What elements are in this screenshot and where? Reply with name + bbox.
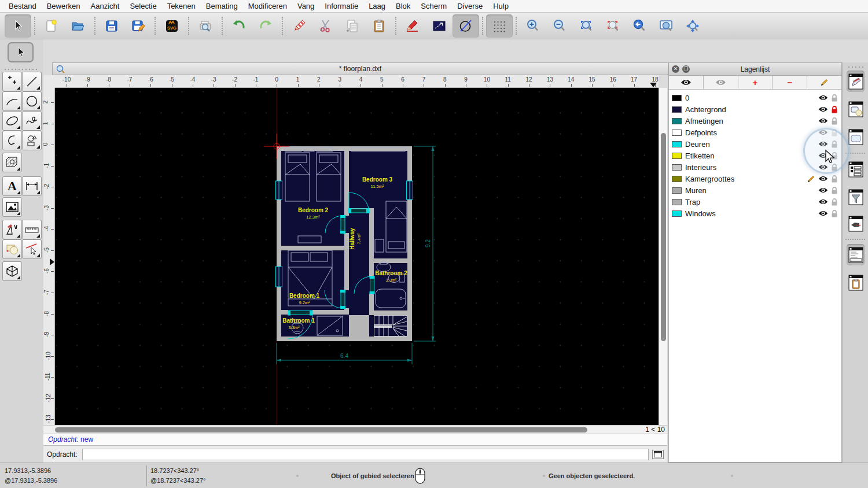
menu-item-tekenen[interactable]: Tekenen bbox=[162, 0, 201, 12]
export-svg-button[interactable]: SVG bbox=[159, 14, 185, 38]
menu-item-aanzicht[interactable]: Aanzicht bbox=[86, 0, 125, 12]
clipboard-dock-button[interactable] bbox=[847, 272, 865, 293]
layer-row-achtergrond[interactable]: Achtergrond bbox=[669, 103, 841, 115]
measure-tool[interactable] bbox=[22, 220, 42, 239]
layer-row-defpoints[interactable]: Defpoints bbox=[669, 127, 841, 138]
copy-button[interactable] bbox=[339, 14, 366, 38]
menu-item-bestand[interactable]: Bestand bbox=[3, 0, 42, 12]
layer-visibility-toggle[interactable] bbox=[817, 152, 829, 159]
zoom-window-button[interactable] bbox=[653, 14, 679, 38]
property-editor-dock-button[interactable] bbox=[847, 71, 865, 92]
layer-row-etiketten[interactable]: Etiketten bbox=[669, 150, 841, 161]
layer-row-deuren[interactable]: Deuren bbox=[669, 138, 841, 150]
undo-button[interactable] bbox=[226, 14, 252, 38]
cut-button[interactable] bbox=[312, 14, 339, 38]
layer-lock-toggle[interactable] bbox=[829, 163, 840, 172]
layer-visibility-toggle[interactable] bbox=[817, 141, 829, 147]
save-button[interactable] bbox=[98, 14, 125, 38]
circle-tool[interactable] bbox=[22, 91, 42, 111]
layer-panel-titlebar[interactable]: ✕ ❐ Lagenlijst bbox=[669, 63, 841, 76]
select-entity-tool[interactable] bbox=[22, 239, 42, 259]
layer-row-muren[interactable]: Muren bbox=[669, 184, 841, 196]
polyline-tool[interactable] bbox=[2, 131, 22, 150]
layer-lock-toggle[interactable] bbox=[829, 198, 840, 206]
layer-visibility-toggle[interactable] bbox=[817, 210, 829, 217]
menu-item-bemating[interactable]: Bemating bbox=[201, 0, 243, 12]
pen-settings-dock-button[interactable] bbox=[847, 213, 865, 234]
zoom-in-button[interactable] bbox=[520, 14, 546, 38]
layer-lock-toggle[interactable] bbox=[829, 186, 840, 195]
hide-all-layers-button[interactable] bbox=[704, 76, 738, 89]
layer-row-afmetingen[interactable]: Afmetingen bbox=[669, 115, 841, 127]
layer-visibility-toggle[interactable] bbox=[817, 187, 829, 194]
palette-handle[interactable] bbox=[3, 68, 39, 71]
layer-lock-toggle[interactable] bbox=[829, 94, 840, 102]
command-options-button[interactable] bbox=[652, 450, 664, 459]
modify-tool[interactable] bbox=[2, 220, 22, 239]
layer-row-interieurs[interactable]: Interieurs bbox=[669, 161, 841, 173]
layer-lock-toggle[interactable] bbox=[829, 117, 840, 125]
layer-visibility-toggle[interactable] bbox=[817, 164, 829, 171]
menu-item-vang[interactable]: Vang bbox=[292, 0, 319, 12]
menu-item-selectie[interactable]: Selectie bbox=[124, 0, 161, 12]
line-attributes-button[interactable] bbox=[426, 14, 453, 38]
zoom-pan-button[interactable] bbox=[679, 14, 706, 38]
layer-lock-toggle[interactable] bbox=[829, 128, 840, 137]
float-panel-button[interactable]: ❐ bbox=[682, 65, 690, 73]
menu-item-modificeren[interactable]: Modificeren bbox=[243, 0, 292, 12]
library-browser-dock-button[interactable] bbox=[847, 126, 865, 147]
zoom-auto-button[interactable] bbox=[573, 14, 599, 38]
layer-list-dock-button[interactable] bbox=[847, 158, 865, 180]
layer-lock-toggle[interactable] bbox=[829, 209, 840, 218]
redo-button[interactable] bbox=[252, 14, 279, 38]
print-preview-button[interactable] bbox=[192, 14, 219, 38]
open-file-button[interactable] bbox=[65, 14, 91, 38]
layer-lock-toggle[interactable] bbox=[829, 105, 840, 114]
horizontal-scrollbar[interactable]: 1 < 10 bbox=[43, 425, 667, 434]
layer-visibility-toggle[interactable] bbox=[817, 106, 829, 113]
layer-row-windows[interactable]: Windows bbox=[669, 208, 841, 219]
paste-button[interactable] bbox=[366, 14, 392, 38]
layer-visibility-toggle[interactable] bbox=[817, 129, 829, 136]
layer-row-0[interactable]: 0 bbox=[669, 92, 841, 103]
command-input[interactable] bbox=[82, 449, 649, 460]
menu-item-diverse[interactable]: Diverse bbox=[452, 0, 488, 12]
spline-tool[interactable] bbox=[22, 111, 42, 131]
edit-layer-button[interactable] bbox=[807, 76, 841, 89]
layer-visibility-toggle[interactable] bbox=[817, 94, 829, 101]
vertical-scrollbar-thumb[interactable] bbox=[661, 133, 666, 341]
arc-tool[interactable] bbox=[2, 91, 22, 111]
save-as-button[interactable] bbox=[125, 14, 152, 38]
layer-visibility-toggle[interactable] bbox=[817, 198, 829, 205]
block-list-dock-button[interactable] bbox=[847, 98, 865, 120]
vertical-scrollbar[interactable] bbox=[659, 88, 667, 425]
layer-visibility-toggle[interactable] bbox=[817, 175, 829, 182]
layer-lock-toggle[interactable] bbox=[829, 175, 840, 183]
menu-item-bewerken[interactable]: Bewerken bbox=[42, 0, 86, 12]
layer-row-kamergroottes[interactable]: Kamergroottes bbox=[669, 173, 841, 184]
layer-filter-dock-button[interactable] bbox=[847, 186, 865, 208]
zoom-previous-button[interactable] bbox=[599, 14, 626, 38]
dimension-tool[interactable] bbox=[22, 176, 42, 196]
menu-item-blok[interactable]: Blok bbox=[391, 0, 415, 12]
ellipse-tool[interactable] bbox=[2, 111, 22, 131]
draft-mode-button[interactable] bbox=[453, 14, 479, 38]
polygon-tool[interactable] bbox=[22, 131, 42, 150]
close-panel-button[interactable]: ✕ bbox=[672, 65, 679, 73]
layer-visibility-toggle[interactable] bbox=[817, 117, 829, 124]
horizontal-scrollbar-thumb[interactable] bbox=[55, 427, 587, 432]
document-titlebar[interactable]: * floorplan.dxf bbox=[52, 62, 668, 75]
menu-item-informatie[interactable]: Informatie bbox=[319, 0, 363, 12]
menu-item-laag[interactable]: Laag bbox=[363, 0, 391, 12]
delete-button[interactable] bbox=[286, 14, 312, 38]
pen-button[interactable] bbox=[399, 14, 426, 38]
hatch-tool[interactable] bbox=[2, 153, 22, 172]
zoom-back-button[interactable] bbox=[626, 14, 653, 38]
strip-handle[interactable] bbox=[847, 66, 865, 68]
new-document-button[interactable] bbox=[38, 14, 65, 38]
show-all-layers-button[interactable] bbox=[669, 76, 704, 89]
palette-select-tool[interactable] bbox=[8, 42, 34, 62]
command-line-dock-button[interactable] bbox=[847, 244, 865, 265]
line-tool[interactable] bbox=[22, 72, 42, 91]
layer-row-trap[interactable]: Trap bbox=[669, 196, 841, 208]
